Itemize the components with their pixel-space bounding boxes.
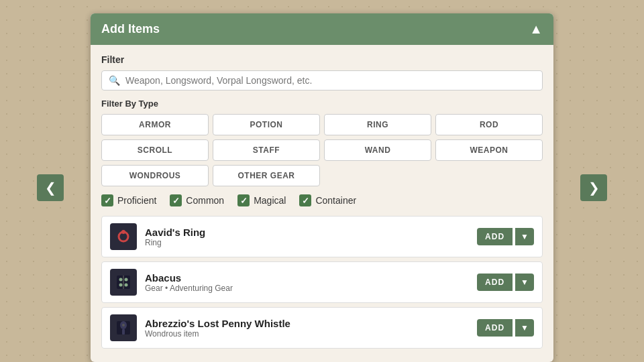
type-btn-rod[interactable]: ROD — [435, 114, 543, 135]
expand-button[interactable]: ▼ — [515, 228, 534, 245]
item-sub: Ring — [145, 238, 477, 247]
checkbox-container[interactable]: Container — [299, 194, 356, 206]
item-list: Aavid's Ring Ring ADD ▼ — [101, 216, 543, 353]
type-btn-wondrous[interactable]: WONDROUS — [101, 165, 209, 186]
checkbox-box-proficient[interactable] — [101, 194, 113, 206]
item-icon-abacus — [110, 269, 137, 296]
collapse-icon[interactable]: ▲ — [529, 21, 543, 37]
add-button[interactable]: ADD — [477, 228, 513, 245]
svg-point-1 — [121, 230, 125, 234]
search-icon: 🔍 — [109, 75, 120, 86]
item-icon-penny-whistle — [110, 314, 137, 341]
checkbox-label-common: Common — [186, 195, 224, 206]
item-info-aavids-ring: Aavid's Ring Ring — [145, 227, 477, 247]
item-actions: ADD ▼ — [477, 228, 534, 245]
filter-label: Filter — [101, 54, 543, 65]
item-info-penny-whistle: Abrezzio's Lost Penny Whistle Wondrous i… — [145, 318, 477, 339]
type-btn-wand[interactable]: WAND — [324, 139, 431, 161]
search-bar: 🔍 — [101, 70, 543, 90]
svg-point-6 — [125, 278, 128, 282]
checkbox-proficient[interactable]: Proficient — [101, 194, 156, 206]
list-item[interactable]: Abacus Gear • Adventuring Gear ADD ▼ — [101, 261, 543, 303]
checkbox-common[interactable]: Common — [170, 194, 224, 206]
svg-point-5 — [119, 284, 123, 287]
svg-point-11 — [122, 324, 125, 326]
checkbox-box-common[interactable] — [170, 194, 182, 206]
checkbox-magical[interactable]: Magical — [237, 194, 286, 206]
checkbox-box-container[interactable] — [299, 194, 311, 206]
checkbox-box-magical[interactable] — [237, 194, 250, 206]
item-actions: ADD ▼ — [477, 274, 534, 291]
search-input[interactable] — [125, 75, 535, 86]
type-btn-staff[interactable]: STAFF — [213, 139, 320, 161]
item-name: Abacus — [145, 272, 477, 284]
panel-header: Add Items ▲ — [91, 13, 553, 45]
nav-left-button[interactable]: ❮ — [37, 174, 64, 201]
add-button[interactable]: ADD — [477, 319, 513, 337]
item-name: Aavid's Ring — [145, 227, 477, 238]
type-btn-other-gear[interactable]: OTHER GEAR — [213, 165, 320, 186]
svg-point-7 — [125, 284, 128, 287]
list-item[interactable]: Aavid's Ring Ring ADD ▼ — [101, 216, 543, 257]
nav-right-button[interactable]: ❯ — [580, 174, 607, 201]
checkbox-label-container: Container — [315, 195, 356, 206]
type-filter-grid: ARMOR POTION RING ROD SCROLL STAFF WAND … — [101, 114, 543, 186]
type-btn-ring[interactable]: RING — [324, 114, 431, 135]
item-sub: Wondrous item — [145, 329, 477, 339]
filter-by-type-label: Filter By Type — [101, 99, 543, 109]
type-btn-potion[interactable]: POTION — [213, 114, 320, 135]
expand-button[interactable]: ▼ — [515, 319, 534, 337]
type-btn-scroll[interactable]: SCROLL — [101, 139, 209, 161]
item-actions: ADD ▼ — [477, 319, 534, 337]
checkboxes-row: Proficient Common Magical Container — [101, 194, 543, 206]
expand-button[interactable]: ▼ — [515, 274, 534, 291]
add-items-panel: Add Items ▲ Filter 🔍 Filter By Type ARMO… — [91, 13, 553, 362]
item-sub: Gear • Adventuring Gear — [145, 284, 477, 293]
list-item[interactable]: Abrezzio's Lost Penny Whistle Wondrous i… — [101, 307, 543, 349]
type-btn-weapon[interactable]: WEAPON — [435, 139, 543, 161]
item-icon-aavids-ring — [110, 223, 137, 250]
item-name: Abrezzio's Lost Penny Whistle — [145, 318, 477, 329]
item-info-abacus: Abacus Gear • Adventuring Gear — [145, 272, 477, 293]
add-button[interactable]: ADD — [477, 274, 513, 291]
panel-title: Add Items — [101, 22, 160, 36]
checkbox-label-proficient: Proficient — [117, 195, 156, 206]
checkbox-label-magical: Magical — [254, 195, 286, 206]
svg-point-4 — [119, 278, 123, 282]
type-btn-armor[interactable]: ARMOR — [101, 114, 209, 135]
svg-rect-10 — [122, 329, 125, 335]
